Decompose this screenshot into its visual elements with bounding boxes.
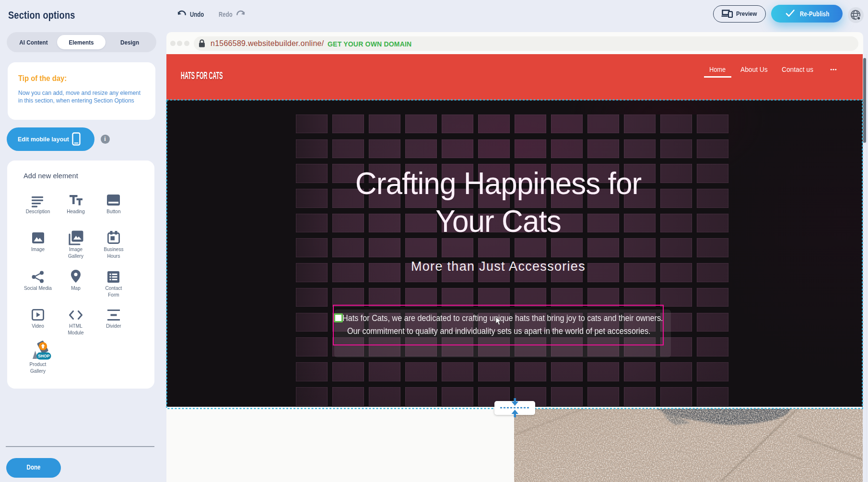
svg-text:SHOP: SHOP [38,354,50,358]
